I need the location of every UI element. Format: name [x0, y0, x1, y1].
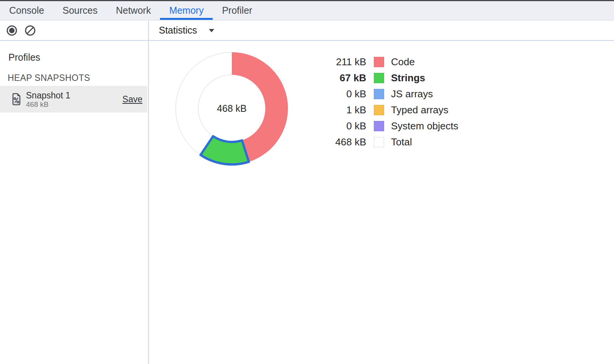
statistics-view: 468 kB 211 kB Code67 kB Strings0 kB JS a…	[150, 42, 614, 364]
toolbar-left-section	[0, 21, 149, 40]
donut-outline-circle	[198, 75, 265, 142]
devtools-memory-panel: ConsoleSourcesNetworkMemoryProfiler Stat…	[0, 0, 614, 364]
legend-label: Total	[391, 136, 412, 148]
save-snapshot-link[interactable]: Save	[123, 94, 142, 105]
snapshot-row[interactable]: Snapshot 1 468 kB Save	[0, 86, 147, 113]
profiles-label: Profiles	[8, 52, 40, 63]
legend-swatch-icon	[374, 89, 384, 99]
heap-snapshot-file-icon	[11, 93, 21, 106]
record-icon-dot	[9, 27, 15, 33]
legend-row-typed-arrays[interactable]: 1 kB Typed arrays	[297, 102, 458, 118]
chevron-down-icon	[208, 29, 215, 32]
chart-legend: 211 kB Code67 kB Strings0 kB JS arrays1 …	[297, 54, 458, 150]
tab-memory[interactable]: Memory	[160, 1, 213, 20]
legend-swatch-icon	[374, 121, 384, 131]
legend-row-strings[interactable]: 67 kB Strings	[297, 70, 458, 86]
perspective-select[interactable]: Statistics	[159, 25, 215, 36]
legend-value: 0 kB	[297, 120, 366, 132]
tab-sources[interactable]: Sources	[53, 1, 107, 20]
toolbar-right-section: Statistics	[149, 21, 614, 40]
clear-profiles-button[interactable]	[24, 25, 36, 36]
legend-value: 211 kB	[297, 56, 366, 68]
profiles-sidebar: Profiles HEAP SNAPSHOTS Snapshot 1 468 k…	[0, 41, 149, 364]
tab-network[interactable]: Network	[107, 1, 160, 20]
legend-value: 1 kB	[297, 104, 366, 116]
legend-label: System objects	[391, 120, 458, 132]
legend-row-code[interactable]: 211 kB Code	[297, 54, 458, 70]
legend-label: Typed arrays	[391, 104, 448, 116]
snapshot-size: 468 kB	[26, 100, 70, 108]
legend-row-js-arrays[interactable]: 0 kB JS arrays	[297, 86, 458, 102]
legend-label: JS arrays	[391, 88, 433, 100]
legend-swatch-icon	[374, 137, 384, 147]
snapshot-name: Snapshot 1	[26, 90, 70, 100]
legend-swatch-icon	[374, 57, 384, 67]
snapshot-text: Snapshot 1 468 kB	[26, 90, 70, 108]
record-heap-snapshot-button[interactable]	[6, 25, 18, 36]
devtools-tabbar: ConsoleSourcesNetworkMemoryProfiler	[0, 1, 614, 21]
legend-swatch-icon	[374, 105, 384, 115]
tab-profiler[interactable]: Profiler	[213, 1, 261, 20]
legend-row-system-objects[interactable]: 0 kB System objects	[297, 118, 458, 134]
legend-label: Strings	[391, 72, 425, 84]
heap-statistics-donut-chart: 468 kB	[173, 49, 291, 168]
legend-value: 67 kB	[297, 72, 366, 84]
snapshot-list: Snapshot 1 468 kB Save	[0, 86, 147, 113]
legend-label: Code	[391, 56, 415, 68]
legend-swatch-icon	[374, 73, 384, 83]
legend-value: 468 kB	[297, 136, 366, 148]
donut-chart-svg	[173, 49, 291, 168]
donut-slice-strings[interactable]	[200, 136, 249, 164]
legend-value: 0 kB	[297, 88, 366, 100]
heap-snapshots-section-header: HEAP SNAPSHOTS	[8, 73, 90, 83]
sidebar-item-profiles[interactable]: Profiles	[0, 48, 147, 66]
legend-row-total: 468 kB Total	[297, 134, 458, 150]
memory-toolbar: Statistics	[0, 21, 614, 41]
clear-icon-slash	[27, 27, 33, 34]
perspective-select-label: Statistics	[159, 25, 197, 36]
tab-console[interactable]: Console	[0, 1, 53, 20]
